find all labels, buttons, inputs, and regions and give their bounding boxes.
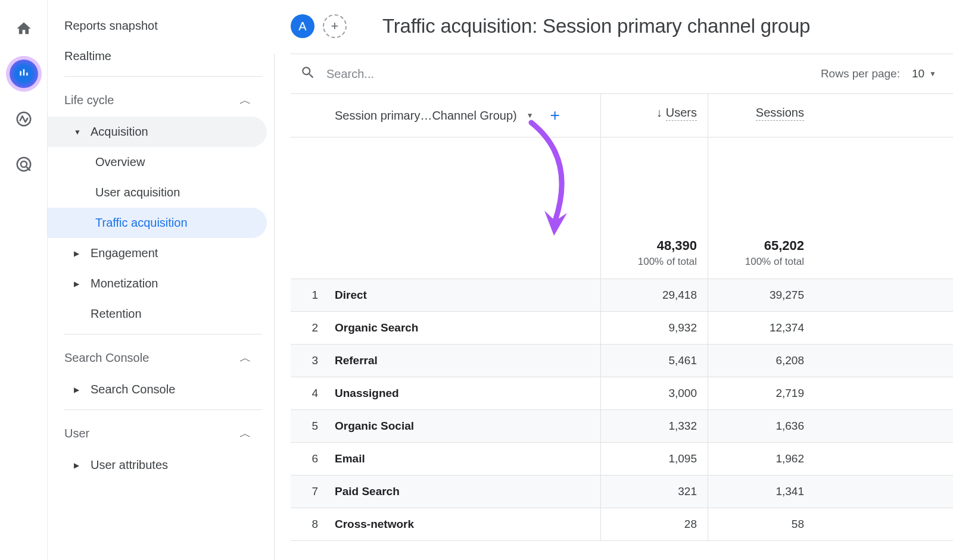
row-sessions: 1,962 [708, 443, 815, 475]
rows-per-page-label: Rows per page: [821, 67, 900, 80]
table-row[interactable]: 6Email1,0951,962 [291, 443, 953, 475]
column-users[interactable]: ↓Users [600, 94, 708, 137]
nav-overview[interactable]: Overview [48, 147, 267, 177]
caret-down-icon: ▼ [74, 128, 81, 136]
row-index: 2 [291, 312, 335, 344]
row-index: 3 [291, 345, 335, 377]
section-label: User [64, 427, 89, 440]
nav-label: Retention [91, 307, 142, 321]
row-sessions: 1,341 [708, 475, 815, 508]
row-sessions: 39,275 [708, 279, 815, 311]
search-input[interactable] [326, 67, 505, 81]
reports-icon[interactable] [10, 60, 38, 88]
row-index: 8 [291, 508, 335, 540]
sort-desc-icon: ↓ [656, 106, 662, 119]
total-pct: 100% of total [601, 256, 697, 268]
search-icon [300, 65, 316, 83]
chevron-up-icon: ︿ [239, 92, 251, 108]
column-sessions[interactable]: Sessions [708, 94, 815, 137]
row-dimension: Direct [335, 279, 600, 311]
caret-right-icon: ▶ [74, 386, 81, 394]
nav-user-acquisition[interactable]: User acquisition [48, 177, 267, 208]
home-icon[interactable] [10, 14, 38, 43]
row-dimension: Organic Search [335, 312, 600, 344]
row-users: 5,461 [600, 345, 708, 377]
explore-icon[interactable] [10, 105, 38, 133]
nav-traffic-acquisition[interactable]: Traffic acquisition [48, 208, 267, 238]
nav-retention[interactable]: Retention [48, 299, 267, 329]
nav-engagement[interactable]: ▶ Engagement [48, 238, 267, 268]
row-sessions: 2,719 [708, 377, 815, 409]
dimension-label: Session primary…Channel Group) [335, 109, 517, 123]
table-row[interactable]: 8Cross-network2858 [291, 508, 953, 541]
nav-section-life-cycle[interactable]: Life cycle ︿ [48, 82, 263, 117]
nav-label: Engagement [91, 246, 158, 260]
table-row[interactable]: 2Organic Search9,93212,374 [291, 312, 953, 345]
chevron-down-icon[interactable]: ▼ [527, 111, 534, 120]
nav-rail [0, 0, 48, 560]
nav-reports-snapshot[interactable]: Reports snapshot [48, 11, 267, 41]
metric-label: Sessions [756, 106, 804, 121]
row-index: 1 [291, 279, 335, 311]
nav-monetization[interactable]: ▶ Monetization [48, 268, 267, 299]
dimension-header[interactable]: Session primary…Channel Group) ▼ + [291, 94, 600, 137]
data-table: Session primary…Channel Group) ▼ + ↓User… [291, 94, 953, 541]
main-header: A + Traffic acquisition: Session primary… [274, 0, 953, 54]
chevron-up-icon: ︿ [239, 426, 251, 442]
total-value: 65,202 [708, 238, 804, 254]
rows-per-page-select[interactable]: 10 ▼ [912, 67, 936, 80]
caret-right-icon: ▶ [74, 461, 81, 470]
row-index: 5 [291, 410, 335, 442]
main-content: A + Traffic acquisition: Session primary… [274, 0, 953, 560]
table-row[interactable]: 1Direct29,41839,275 [291, 279, 953, 312]
total-value: 48,390 [601, 238, 697, 254]
row-dimension: Organic Social [335, 410, 600, 442]
section-label: Search Console [64, 351, 149, 365]
table-row[interactable]: 7Paid Search3211,341 [291, 475, 953, 508]
row-users: 28 [600, 508, 708, 540]
sidebar: Reports snapshot Realtime Life cycle ︿ ▼… [48, 0, 274, 560]
nav-label: User attributes [91, 458, 168, 472]
total-users: 48,390 100% of total [600, 137, 708, 279]
caret-right-icon: ▶ [74, 249, 81, 258]
nav-section-user[interactable]: User ︿ [48, 415, 263, 450]
row-dimension: Email [335, 443, 600, 475]
row-users: 1,332 [600, 410, 708, 442]
table-row[interactable]: 3Referral5,4616,208 [291, 345, 953, 377]
row-dimension: Referral [335, 345, 600, 377]
totals-row: 48,390 100% of total 65,202 100% of tota… [291, 137, 953, 279]
divider [64, 76, 262, 77]
nav-realtime[interactable]: Realtime [48, 41, 267, 71]
table-header: Session primary…Channel Group) ▼ + ↓User… [291, 94, 953, 137]
divider [64, 409, 262, 410]
nav-user-attributes[interactable]: ▶ User attributes [48, 450, 267, 480]
total-pct: 100% of total [708, 256, 804, 268]
caret-right-icon: ▶ [74, 280, 81, 288]
nav-section-search-console[interactable]: Search Console ︿ [48, 339, 263, 374]
row-users: 321 [600, 475, 708, 508]
nav-label: Search Console [91, 383, 175, 396]
table-row[interactable]: 4Unassigned3,0002,719 [291, 377, 953, 410]
segment-chip-all-users[interactable]: A [291, 14, 314, 38]
nav-search-console[interactable]: ▶ Search Console [48, 374, 267, 405]
total-sessions: 65,202 100% of total [708, 137, 815, 279]
add-segment-button[interactable]: + [323, 14, 347, 38]
row-users: 9,932 [600, 312, 708, 344]
row-sessions: 12,374 [708, 312, 815, 344]
row-sessions: 1,636 [708, 410, 815, 442]
table-container: Rows per page: 10 ▼ Session primary…Chan… [291, 54, 953, 541]
table-toolbar: Rows per page: 10 ▼ [291, 54, 953, 94]
row-sessions: 6,208 [708, 345, 815, 377]
rows-per-page-value: 10 [912, 67, 924, 80]
advertising-icon[interactable] [10, 150, 38, 179]
metric-label: Users [666, 106, 697, 121]
table-row[interactable]: 5Organic Social1,3321,636 [291, 410, 953, 443]
chevron-up-icon: ︿ [239, 350, 251, 366]
page-title: Traffic acquisition: Session primary cha… [382, 15, 810, 37]
nav-acquisition[interactable]: ▼ Acquisition [48, 117, 267, 147]
nav-label: Acquisition [91, 125, 148, 139]
row-dimension: Cross-network [335, 508, 600, 540]
add-dimension-button[interactable]: + [550, 106, 560, 125]
row-index: 4 [291, 377, 335, 409]
row-index: 7 [291, 475, 335, 508]
